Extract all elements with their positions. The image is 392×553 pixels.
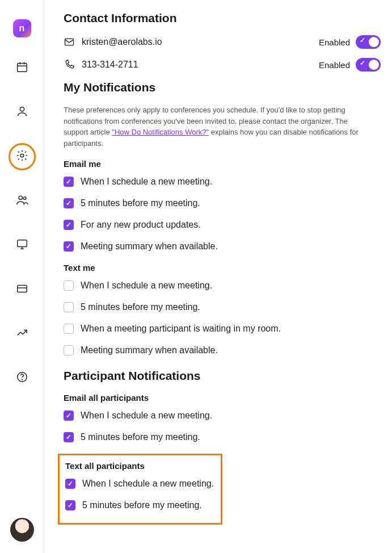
mail-icon bbox=[64, 36, 75, 48]
app-logo[interactable]: n bbox=[13, 19, 31, 37]
email-me-heading: Email me bbox=[64, 159, 381, 169]
text-me-row-3: Meeting summary when available. bbox=[64, 345, 381, 355]
text-me-checkbox-1[interactable] bbox=[64, 302, 74, 312]
text-me-row-0: When I schedule a new meeting. bbox=[64, 280, 381, 291]
email-me-row-1: 5 minutes before my meeting. bbox=[64, 198, 381, 208]
my-notifications-help: These preferences only apply to conferen… bbox=[64, 104, 370, 149]
text-all-checkbox-0[interactable] bbox=[65, 479, 75, 489]
email-all-heading: Email all participants bbox=[64, 393, 381, 403]
user-avatar[interactable] bbox=[10, 518, 34, 542]
phone-toggle[interactable] bbox=[356, 58, 381, 72]
user-icon bbox=[16, 105, 28, 120]
text-me-label-2: When a meeting participant is waiting in… bbox=[81, 324, 281, 334]
sidebar: n bbox=[0, 0, 44, 553]
text-all-row-1: 5 minutes before my meeting. bbox=[65, 500, 215, 510]
email-all-row-0: When I schedule a new meeting. bbox=[64, 410, 381, 421]
svg-rect-0 bbox=[17, 64, 27, 72]
nav-help[interactable] bbox=[9, 365, 36, 392]
participant-notifications-title: Participant Notifications bbox=[64, 369, 381, 383]
my-notifications-title: My Notifications bbox=[64, 81, 381, 94]
text-me-label-1: 5 minutes before my meeting. bbox=[81, 302, 200, 312]
text-me-heading: Text me bbox=[64, 263, 381, 273]
main-content: Contact Information kristen@aerolabs.io … bbox=[44, 0, 392, 553]
text-me-row-2: When a meeting participant is waiting in… bbox=[64, 324, 381, 334]
contact-email-value: kristen@aerolabs.io bbox=[82, 37, 162, 47]
email-me-label-0: When I schedule a new meeting. bbox=[81, 177, 212, 187]
nav-settings[interactable] bbox=[9, 143, 36, 170]
svg-point-14 bbox=[22, 379, 22, 380]
email-me-label-2: For any new product updates. bbox=[81, 220, 201, 230]
svg-point-7 bbox=[23, 197, 26, 200]
text-all-highlight: Text all participants When I schedule a … bbox=[58, 454, 222, 525]
email-all-checkbox-0[interactable] bbox=[64, 410, 74, 421]
email-me-row-2: For any new product updates. bbox=[64, 220, 381, 230]
email-toggle[interactable] bbox=[356, 35, 381, 49]
trending-up-icon bbox=[16, 326, 28, 341]
contact-email-row: kristen@aerolabs.io Enabled bbox=[64, 35, 381, 49]
email-me-checkbox-0[interactable] bbox=[64, 177, 74, 187]
email-me-checkbox-1[interactable] bbox=[64, 198, 74, 208]
email-all-row-1: 5 minutes before my meeting. bbox=[64, 432, 381, 442]
phone-status-label: Enabled bbox=[319, 60, 350, 70]
nav-analytics[interactable] bbox=[9, 320, 36, 347]
email-me-label-1: 5 minutes before my meeting. bbox=[81, 198, 200, 208]
text-all-checkbox-1[interactable] bbox=[65, 500, 75, 510]
email-all-label-0: When I schedule a new meeting. bbox=[81, 410, 212, 421]
phone-icon bbox=[64, 59, 75, 70]
text-me-label-0: When I schedule a new meeting. bbox=[81, 280, 212, 291]
text-all-heading: Text all participants bbox=[65, 461, 215, 471]
nav-monitor[interactable] bbox=[9, 232, 36, 259]
text-me-checkbox-0[interactable] bbox=[64, 280, 74, 291]
nav-people[interactable] bbox=[9, 187, 36, 215]
svg-point-6 bbox=[19, 196, 22, 199]
email-me-checkbox-3[interactable] bbox=[64, 241, 74, 252]
email-me-label-3: Meeting summary when available. bbox=[81, 241, 218, 252]
email-all-label-1: 5 minutes before my meeting. bbox=[81, 432, 200, 442]
monitor-icon bbox=[16, 238, 28, 253]
users-icon bbox=[16, 194, 28, 208]
credit-card-icon bbox=[16, 282, 28, 297]
nav-profile[interactable] bbox=[9, 99, 36, 126]
svg-rect-11 bbox=[17, 286, 27, 292]
email-all-checkbox-1[interactable] bbox=[64, 432, 74, 442]
svg-point-4 bbox=[20, 107, 24, 111]
email-me-checkbox-2[interactable] bbox=[64, 220, 74, 230]
text-me-checkbox-3[interactable] bbox=[64, 345, 74, 355]
email-status-label: Enabled bbox=[319, 37, 350, 47]
text-all-label-0: When I schedule a new meeting. bbox=[82, 479, 214, 489]
nav-billing[interactable] bbox=[9, 276, 36, 303]
text-me-label-3: Meeting summary when available. bbox=[81, 345, 218, 355]
text-me-checkbox-2[interactable] bbox=[64, 324, 74, 334]
help-article-link[interactable]: "How Do Notifications Work?" bbox=[112, 128, 209, 136]
nav-calendar[interactable] bbox=[9, 55, 36, 82]
gear-icon bbox=[16, 149, 28, 164]
svg-rect-15 bbox=[65, 39, 74, 45]
contact-phone-value: 313-314-2711 bbox=[82, 60, 138, 70]
svg-point-5 bbox=[20, 154, 24, 157]
contact-phone-row: 313-314-2711 Enabled bbox=[64, 58, 381, 72]
help-circle-icon bbox=[16, 371, 28, 386]
email-me-row-3: Meeting summary when available. bbox=[64, 241, 381, 252]
text-me-row-1: 5 minutes before my meeting. bbox=[64, 302, 381, 312]
svg-rect-8 bbox=[17, 240, 27, 247]
text-all-label-1: 5 minutes before my meeting. bbox=[82, 500, 202, 510]
calendar-icon bbox=[16, 61, 28, 76]
contact-info-title: Contact Information bbox=[64, 11, 381, 25]
email-me-row-0: When I schedule a new meeting. bbox=[64, 177, 381, 187]
text-all-row-0: When I schedule a new meeting. bbox=[65, 479, 215, 489]
